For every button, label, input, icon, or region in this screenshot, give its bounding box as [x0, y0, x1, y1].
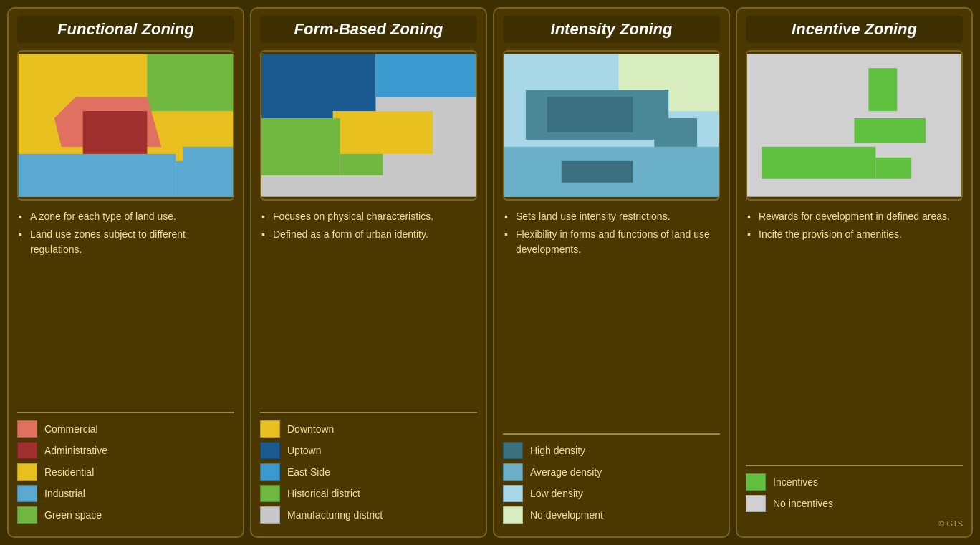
divider	[260, 412, 477, 413]
legend-downtown: Downtown	[260, 420, 477, 438]
bullet-2: Land use zones subject to different regu…	[17, 227, 234, 257]
administrative-label: Administrative	[44, 445, 107, 456]
industrial-label: Industrial	[44, 488, 85, 499]
legend-uptown: Uptown	[260, 442, 477, 459]
divider	[503, 433, 720, 435]
legend-industrial: Industrial	[17, 485, 234, 502]
legend-manufacturing: Manufacturing district	[260, 506, 477, 524]
intensity-zoning-map	[503, 50, 720, 201]
average-density-label: Average density	[530, 466, 602, 478]
incentive-zoning-bullets: Rewards for development in defined areas…	[746, 209, 963, 458]
historical-label: Historical district	[287, 488, 360, 499]
incentive-zoning-map	[746, 50, 963, 201]
incentives-swatch	[746, 473, 766, 491]
high-density-swatch	[503, 442, 523, 459]
form-based-zoning-card: Form-Based Zoning Focuses on physical ch…	[250, 7, 487, 538]
copyright: © GTS	[746, 519, 963, 528]
bullet-1: Rewards for development in defined areas…	[746, 209, 963, 224]
svg-rect-12	[340, 154, 383, 175]
svg-rect-11	[261, 118, 340, 175]
form-based-zoning-legend: Downtown Uptown East Side Historical dis…	[260, 420, 477, 528]
svg-rect-23	[762, 147, 875, 179]
legend-greenspace: Green space	[17, 506, 234, 524]
no-development-label: No development	[530, 509, 603, 521]
eastside-swatch	[260, 463, 280, 481]
uptown-swatch	[260, 442, 280, 459]
legend-residential: Residential	[17, 463, 234, 481]
legend-no-incentives: No incentives	[746, 495, 963, 512]
svg-rect-9	[375, 54, 476, 97]
legend-incentives: Incentives	[746, 473, 963, 491]
divider	[17, 412, 234, 413]
bullet-2: Defined as a form of urban identity.	[260, 227, 477, 242]
bullet-1: Focuses on physical characteristics.	[260, 209, 477, 224]
residential-swatch	[17, 463, 37, 481]
bullet-2: Flexibility in forms and functions of la…	[503, 227, 720, 257]
legend-administrative: Administrative	[17, 442, 234, 459]
no-incentives-swatch	[746, 495, 766, 512]
svg-rect-1	[147, 54, 233, 111]
industrial-swatch	[17, 485, 37, 502]
downtown-label: Downtown	[287, 423, 334, 435]
bullet-2: Incite the provision of amenities.	[746, 227, 963, 242]
administrative-swatch	[17, 442, 37, 459]
form-based-zoning-bullets: Focuses on physical characteristics. Def…	[260, 209, 477, 405]
svg-rect-22	[855, 118, 926, 143]
bullet-1: A zone for each type of land use.	[17, 209, 234, 224]
functional-zoning-title: Functional Zoning	[17, 16, 234, 43]
svg-rect-6	[183, 147, 233, 175]
incentives-label: Incentives	[773, 476, 818, 488]
svg-rect-24	[875, 158, 911, 179]
intensity-zoning-legend: High density Average density Low density…	[503, 442, 720, 528]
legend-average-density: Average density	[503, 463, 720, 481]
residential-label: Residential	[44, 466, 94, 478]
functional-zoning-legend: Commercial Administrative Residential In…	[17, 420, 234, 528]
svg-rect-5	[83, 111, 148, 154]
low-density-label: Low density	[530, 488, 583, 499]
greenspace-swatch	[17, 506, 37, 524]
svg-rect-16	[547, 97, 633, 132]
manufacturing-label: Manufacturing district	[287, 509, 383, 521]
manufacturing-swatch	[260, 506, 280, 524]
intensity-zoning-card: Intensity Zoning Sets land use intensity…	[493, 7, 730, 538]
uptown-label: Uptown	[287, 445, 321, 456]
functional-zoning-bullets: A zone for each type of land use. Land u…	[17, 209, 234, 405]
svg-rect-10	[333, 111, 433, 154]
intensity-zoning-title: Intensity Zoning	[503, 16, 720, 43]
no-incentives-label: No incentives	[773, 498, 833, 509]
high-density-label: High density	[530, 445, 585, 456]
form-based-zoning-map	[260, 50, 477, 201]
legend-historical: Historical district	[260, 485, 477, 502]
historical-swatch	[260, 485, 280, 502]
svg-rect-8	[261, 54, 375, 118]
legend-high-density: High density	[503, 442, 720, 459]
functional-zoning-card: Functional Zoning A zone for each type o…	[7, 7, 244, 538]
greenspace-label: Green space	[44, 509, 102, 521]
commercial-swatch	[17, 420, 37, 438]
incentive-zoning-card: Incentive Zoning Rewards for development…	[736, 7, 973, 538]
svg-rect-21	[868, 68, 897, 111]
low-density-swatch	[503, 485, 523, 502]
functional-zoning-map	[17, 50, 234, 201]
legend-no-development: No development	[503, 506, 720, 524]
legend-commercial: Commercial	[17, 420, 234, 438]
svg-rect-18	[562, 161, 633, 183]
no-development-swatch	[503, 506, 523, 524]
legend-eastside: East Side	[260, 463, 477, 481]
svg-rect-19	[654, 118, 697, 147]
legend-low-density: Low density	[503, 485, 720, 502]
divider	[746, 465, 963, 466]
intensity-zoning-bullets: Sets land use intensity restrictions. Fl…	[503, 209, 720, 426]
downtown-swatch	[260, 420, 280, 438]
incentive-zoning-legend: Incentives No incentives	[746, 473, 963, 516]
commercial-label: Commercial	[44, 423, 98, 435]
bullet-1: Sets land use intensity restrictions.	[503, 209, 720, 224]
average-density-swatch	[503, 463, 523, 481]
eastside-label: East Side	[287, 466, 330, 478]
form-based-zoning-title: Form-Based Zoning	[260, 16, 477, 43]
incentive-zoning-title: Incentive Zoning	[746, 16, 963, 43]
svg-rect-2	[19, 154, 176, 197]
